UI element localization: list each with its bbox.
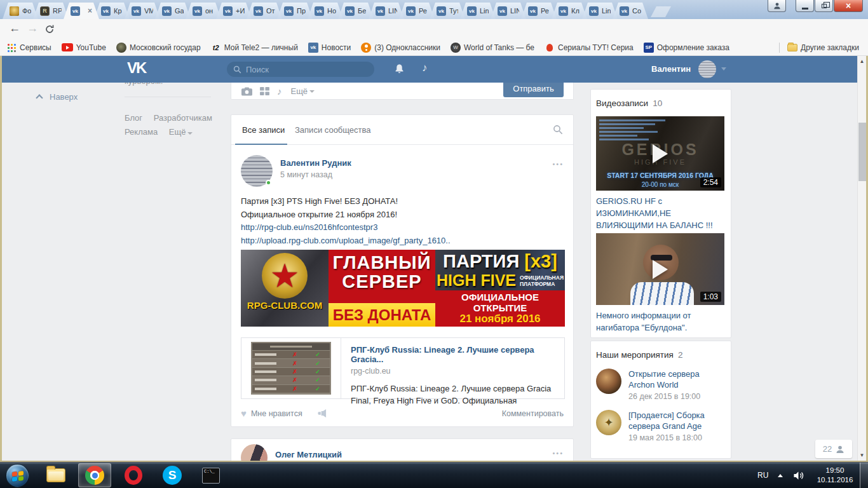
tab-vk-20[interactable]: vkСо xyxy=(613,3,648,19)
camera-icon[interactable] xyxy=(241,87,252,96)
bookmark-wot[interactable]: WWorld of Tanks — бе xyxy=(451,43,534,53)
search-input[interactable] xyxy=(246,65,354,74)
share-megaphone-icon[interactable] xyxy=(318,409,327,417)
tab-vk-13[interactable]: vkРе xyxy=(399,3,435,19)
taskbar-cmd-button[interactable]: C:\_ xyxy=(194,463,227,487)
tab-vk-7[interactable]: vk+И xyxy=(216,3,252,19)
tab-rpg[interactable]: RRP xyxy=(33,3,69,19)
event-title-link[interactable]: Открытие сервера Archon World xyxy=(628,369,725,390)
post-author-link[interactable]: Олег Метлицкий xyxy=(275,450,342,459)
scroll-up-arrow[interactable]: ▲ xyxy=(858,58,866,64)
feed-search-icon[interactable] xyxy=(553,125,563,135)
back-to-top-link[interactable]: Наверх xyxy=(37,92,78,102)
blog-link[interactable]: Блог xyxy=(125,113,142,123)
chevron-down-icon[interactable] xyxy=(721,67,726,71)
header-user-name[interactable]: Валентин xyxy=(651,64,691,74)
reload-button[interactable] xyxy=(44,24,55,34)
post-menu-icon[interactable]: ••• xyxy=(552,160,564,187)
scrollbar-thumb[interactable] xyxy=(858,123,866,181)
back-button[interactable]: ← xyxy=(9,22,20,35)
tab-vk-8[interactable]: vkОт xyxy=(247,3,282,19)
tab-vk-17[interactable]: vkРе xyxy=(521,3,557,19)
video-2-thumbnail[interactable]: 1:03 xyxy=(596,233,724,305)
link-preview-title[interactable]: РПГ-Клуб Russia: Lineage 2. Лучшие серве… xyxy=(351,345,555,364)
forward-button[interactable]: → xyxy=(27,22,38,35)
video-icon[interactable] xyxy=(260,87,269,95)
event-item-1[interactable]: Открытие сервера Archon World 26 дек 201… xyxy=(596,369,726,401)
show-desktop-button[interactable] xyxy=(860,463,868,488)
taskbar-opera-button[interactable] xyxy=(117,463,150,487)
link-preview-card[interactable]: ✗✓ ✗✓ ✗✓ ✗✓ ✗✓ РПГ-Клуб Russia: Lineage … xyxy=(241,337,565,399)
videos-header[interactable]: Видеозаписи10 xyxy=(596,98,726,108)
tab-vk-9[interactable]: vkПр xyxy=(277,3,313,19)
tab-close-icon[interactable]: × xyxy=(88,6,92,15)
taskbar-skype-button[interactable]: S xyxy=(156,463,189,487)
like-heart-icon[interactable]: ♥ xyxy=(241,408,247,419)
vk-logo[interactable]: VK xyxy=(127,59,146,77)
post-timestamp[interactable]: 5 минут назад xyxy=(280,170,351,179)
tab-vk-11[interactable]: vkБе xyxy=(338,3,374,19)
bookmark-odnoklassniki[interactable]: (3) Одноклассники xyxy=(361,43,440,53)
like-button[interactable]: Мне нравится xyxy=(251,409,302,418)
page-scrollbar[interactable]: ▲ ▼ xyxy=(857,56,866,461)
tab-forum[interactable]: Фо xyxy=(3,3,38,19)
bookmark-services[interactable]: Сервисы xyxy=(6,43,51,53)
language-indicator[interactable]: RU xyxy=(757,471,768,480)
tab-vk-4[interactable]: vkVM xyxy=(125,3,160,19)
event-avatar[interactable] xyxy=(596,369,621,394)
taskbar-chrome-button[interactable] xyxy=(78,463,111,487)
tab-vk-15[interactable]: vkLin xyxy=(460,3,496,19)
music-icon[interactable]: ♪ xyxy=(422,62,428,74)
ads-link[interactable]: Реклама xyxy=(125,127,158,137)
tab-vk-12[interactable]: vkLIN xyxy=(369,3,404,19)
chat-widget[interactable]: 22 xyxy=(815,440,852,458)
post-menu-icon[interactable]: ••• xyxy=(552,449,564,462)
event-item-2[interactable]: ✦ [Продается] Сборка сервера Grand Age 1… xyxy=(596,410,726,442)
avatar[interactable] xyxy=(241,155,273,187)
tab-vk-5[interactable]: vkGa xyxy=(155,3,191,19)
bookmark-serialy[interactable]: Сериалы ТУТ! Сериа xyxy=(545,43,634,53)
start-button[interactable] xyxy=(6,464,29,487)
minimize-button[interactable] xyxy=(796,0,814,12)
restore-button[interactable] xyxy=(815,0,833,12)
music-note-icon[interactable]: ♪ xyxy=(277,86,282,97)
comment-button[interactable]: Комментировать xyxy=(502,409,564,418)
close-button[interactable]: × xyxy=(834,0,863,12)
tab-vk-16[interactable]: vkLIN xyxy=(491,3,526,19)
tab-all-posts[interactable]: Все записи xyxy=(242,125,285,135)
tray-expand-icon[interactable] xyxy=(778,474,783,477)
tab-vk-6[interactable]: vkон xyxy=(186,3,221,19)
composer-more-button[interactable]: Ещё xyxy=(291,86,315,96)
video-1-title-link[interactable]: GERIOS.RU HF с ИЗЮМИНКАМИ,НЕ ВЛИЯЮЩИМИ Н… xyxy=(596,195,726,231)
post-banner-image[interactable]: ★ RPG-CLUB.COM ГЛАВНЫЙ СЕРВЕР БЕЗ ДОНАТА… xyxy=(241,250,565,327)
video-2-title-link[interactable]: Немного информации от нагибатора "Ебулдо… xyxy=(596,309,726,334)
bookmark-sp[interactable]: SPОформление заказа xyxy=(644,43,729,53)
tab-active-vk[interactable]: vk× xyxy=(64,3,99,19)
events-header[interactable]: Наши мероприятия2 xyxy=(596,350,726,360)
bookmark-msu[interactable]: Московский государ xyxy=(116,43,201,53)
bookmark-vk-news[interactable]: vkНовости xyxy=(308,43,351,53)
tab-vk-19[interactable]: vkLin xyxy=(582,3,618,19)
post-author-link[interactable]: Валентин Рудник xyxy=(280,158,351,168)
bookmark-tele2[interactable]: t2Мой Tele2 — личный xyxy=(211,43,298,53)
more-link[interactable]: Ещё xyxy=(169,127,193,137)
tab-vk-10[interactable]: vkНо xyxy=(308,3,343,19)
post-link-1[interactable]: http://rpg-club.eu/ns2016hfcontestpr3 xyxy=(241,221,564,234)
avatar[interactable] xyxy=(241,444,268,462)
developers-link[interactable]: Разработчикам xyxy=(154,113,212,123)
video-1-thumbnail[interactable]: GERIOS HIGH FIVE START 17 СЕНТЯБРЯ 2016 … xyxy=(596,116,724,191)
tab-vk-3[interactable]: vkКр xyxy=(94,3,130,19)
post-link-2[interactable]: http://upload.rpg-club.com/upload_image/… xyxy=(241,234,564,248)
other-bookmarks-button[interactable]: Другие закладки xyxy=(787,43,859,52)
tab-vk-14[interactable]: vkТут xyxy=(430,3,465,19)
header-avatar[interactable] xyxy=(698,60,716,78)
notifications-bell-icon[interactable] xyxy=(394,64,405,74)
header-search[interactable] xyxy=(227,62,374,77)
profile-button[interactable] xyxy=(768,0,786,12)
event-title-link[interactable]: [Продается] Сборка сервера Grand Age xyxy=(628,410,725,431)
scroll-down-arrow[interactable]: ▼ xyxy=(858,452,866,458)
taskbar-explorer-button[interactable] xyxy=(39,463,72,487)
tab-community-posts[interactable]: Записи сообщества xyxy=(295,125,371,135)
bookmark-youtube[interactable]: YouTube xyxy=(62,43,106,52)
new-tab-button[interactable] xyxy=(651,6,671,17)
